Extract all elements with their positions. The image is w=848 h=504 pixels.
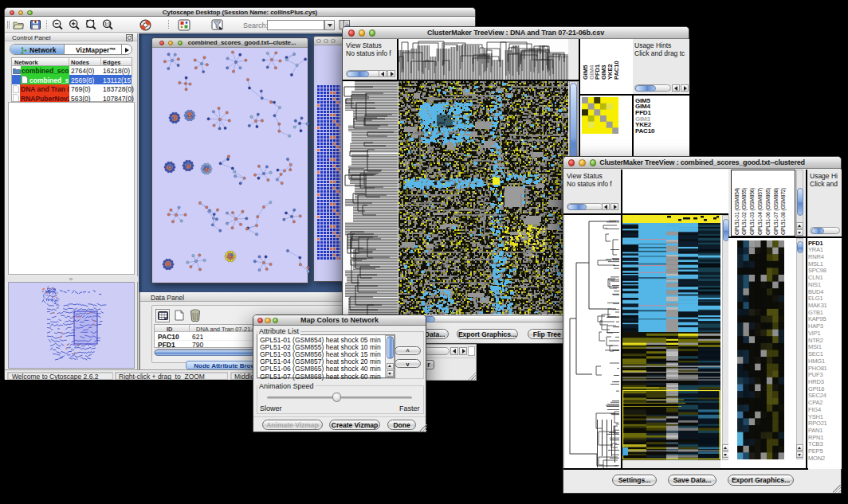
svg-text:1:1: 1:1 [104,21,110,26]
